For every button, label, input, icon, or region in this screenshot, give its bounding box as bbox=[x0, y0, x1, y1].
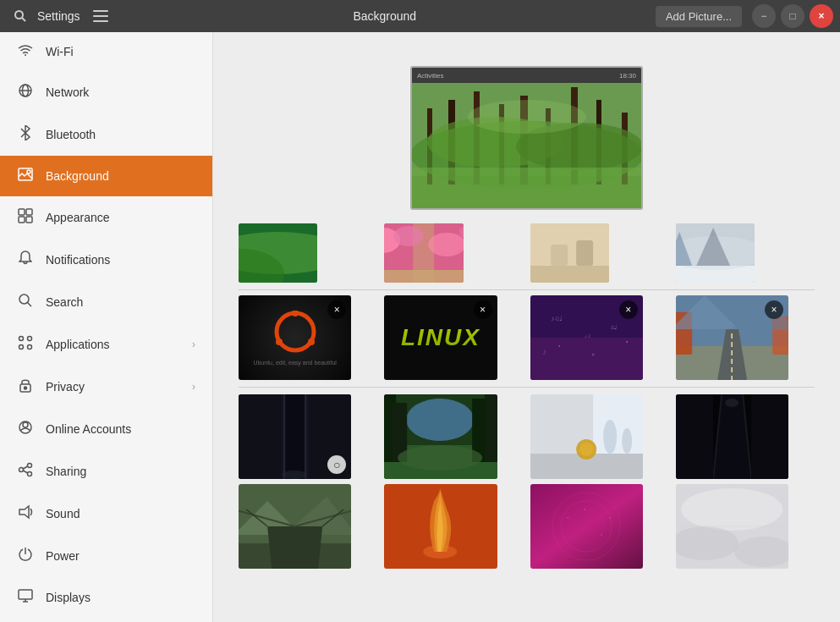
svg-rect-52 bbox=[412, 168, 641, 208]
maximize-button[interactable]: □ bbox=[781, 4, 804, 28]
svg-point-10 bbox=[27, 170, 30, 173]
svg-point-75 bbox=[276, 339, 283, 345]
svg-line-28 bbox=[24, 466, 28, 469]
svg-text:♫♩: ♫♩ bbox=[610, 324, 617, 330]
sound-icon bbox=[17, 504, 34, 523]
svg-rect-123 bbox=[751, 394, 788, 479]
close-button[interactable]: × bbox=[810, 4, 833, 28]
power-icon bbox=[17, 547, 34, 565]
sidebar-item-notifications[interactable]: Notifications bbox=[0, 239, 212, 281]
privacy-arrow-icon: › bbox=[192, 381, 195, 393]
add-picture-button[interactable]: Add Picture... bbox=[656, 6, 742, 27]
sidebar-bluetooth-label: Bluetooth bbox=[46, 128, 195, 141]
svg-rect-66 bbox=[551, 245, 568, 266]
sidebar-item-online-accounts[interactable]: Online Accounts bbox=[0, 408, 212, 450]
titlebar-search-button[interactable] bbox=[7, 3, 34, 30]
sidebar-item-displays[interactable]: Displays bbox=[0, 577, 212, 618]
displays-icon bbox=[17, 589, 34, 606]
svg-point-61 bbox=[393, 226, 424, 246]
svg-point-142 bbox=[609, 517, 611, 519]
wallpaper-item-1[interactable] bbox=[239, 223, 317, 283]
svg-rect-78 bbox=[530, 338, 643, 380]
svg-point-116 bbox=[579, 443, 593, 456]
svg-line-16 bbox=[28, 303, 32, 307]
applications-icon bbox=[17, 335, 34, 354]
wallpaper-grid-top bbox=[230, 223, 823, 288]
svg-rect-108 bbox=[485, 394, 497, 462]
sidebar-item-network[interactable]: Network bbox=[0, 71, 212, 113]
appearance-icon bbox=[17, 208, 34, 227]
wallpaper-item-4[interactable] bbox=[676, 223, 755, 283]
svg-point-85 bbox=[626, 341, 628, 343]
sidebar-power-label: Power bbox=[46, 549, 195, 563]
wallpaper-item-bridge-dark[interactable]: ○ bbox=[239, 394, 351, 479]
sidebar-item-background[interactable]: Background bbox=[0, 156, 212, 196]
wallpaper-item-gray-abstract[interactable] bbox=[676, 484, 788, 569]
wallpaper-item-ubuntu[interactable]: Ubuntu, edit, easy and beautiful × bbox=[239, 295, 351, 380]
svg-point-109 bbox=[398, 445, 482, 471]
svg-point-114 bbox=[622, 428, 632, 454]
preview-forest-image bbox=[412, 83, 641, 208]
wallpaper-item-phoenix[interactable] bbox=[384, 484, 497, 569]
wallpaper-preview-section: Activities 18:30 bbox=[230, 49, 823, 223]
titlebar-menu-button[interactable] bbox=[87, 3, 114, 30]
wallpaper-item-road[interactable]: × bbox=[676, 295, 788, 380]
svg-point-19 bbox=[19, 345, 24, 350]
sharing-icon bbox=[17, 462, 34, 481]
sidebar-item-applications[interactable]: Applications › bbox=[0, 323, 212, 366]
svg-line-1 bbox=[22, 18, 25, 21]
svg-rect-11 bbox=[19, 209, 25, 215]
svg-point-76 bbox=[308, 339, 315, 345]
svg-point-144 bbox=[681, 488, 782, 531]
remove-linux-button[interactable]: × bbox=[474, 300, 492, 319]
titlebar-app-title: Settings bbox=[37, 9, 80, 23]
svg-point-5 bbox=[25, 54, 26, 56]
wallpaper-item-rail-dark[interactable] bbox=[676, 394, 788, 479]
svg-point-83 bbox=[558, 345, 560, 347]
svg-text:♪: ♪ bbox=[542, 347, 546, 356]
svg-rect-32 bbox=[19, 590, 32, 599]
sidebar-item-search[interactable]: Search bbox=[0, 281, 212, 323]
wifi-icon bbox=[17, 44, 34, 59]
wallpaper-item-purple-abstract[interactable] bbox=[530, 484, 643, 569]
wallpaper-item-3[interactable] bbox=[530, 223, 609, 283]
wallpaper-item-suspension-bridge[interactable] bbox=[239, 484, 351, 569]
sidebar-item-power[interactable]: Power bbox=[0, 535, 212, 577]
wallpaper-item-2[interactable] bbox=[384, 223, 463, 283]
sidebar-search-label: Search bbox=[46, 295, 195, 309]
sidebar-item-mouse-touchpad[interactable]: Mouse & Touchpad bbox=[0, 618, 212, 622]
wallpaper-item-indoor[interactable] bbox=[530, 394, 643, 479]
content-area-title: Background bbox=[353, 9, 416, 23]
svg-text:♩♫: ♩♫ bbox=[585, 333, 591, 339]
wallpaper-item-forest-lake[interactable] bbox=[384, 394, 497, 479]
sidebar-item-privacy[interactable]: Privacy › bbox=[0, 366, 212, 408]
wallpaper-item-birds[interactable]: ♪♫♩ ♩♫ ♪ ♫♩ × bbox=[530, 295, 643, 380]
section-divider-2 bbox=[239, 387, 815, 388]
svg-rect-96 bbox=[284, 394, 305, 479]
network-icon bbox=[17, 83, 34, 102]
titlebar: Settings Background Add Picture... − □ × bbox=[0, 0, 840, 32]
sidebar-network-label: Network bbox=[46, 85, 195, 99]
svg-text:♪♫♩: ♪♫♩ bbox=[551, 315, 563, 322]
wallpaper-grid-row3: ○ bbox=[230, 394, 823, 484]
sidebar-item-sharing[interactable]: Sharing bbox=[0, 450, 212, 493]
sidebar-appearance-label: Appearance bbox=[46, 211, 195, 224]
svg-point-84 bbox=[591, 354, 594, 356]
svg-point-26 bbox=[19, 468, 24, 472]
svg-point-139 bbox=[567, 517, 568, 519]
sidebar-notifications-label: Notifications bbox=[46, 253, 195, 267]
wallpaper-preview: Activities 18:30 bbox=[410, 66, 643, 210]
sidebar-item-wifi[interactable]: Wi-Fi bbox=[0, 32, 212, 71]
sidebar-item-bluetooth[interactable]: Bluetooth bbox=[0, 113, 212, 156]
sidebar-item-sound[interactable]: Sound bbox=[0, 493, 212, 535]
sidebar: Wi-Fi Network Bluetoot bbox=[0, 32, 213, 622]
svg-rect-14 bbox=[26, 217, 32, 223]
wallpaper-item-linux[interactable]: LINUX × bbox=[384, 295, 497, 380]
svg-rect-65 bbox=[530, 266, 609, 283]
minimize-button[interactable]: − bbox=[752, 4, 776, 28]
sidebar-item-appearance[interactable]: Appearance bbox=[0, 196, 212, 239]
remove-road-button[interactable]: × bbox=[765, 300, 783, 319]
remove-birds-button[interactable]: × bbox=[619, 300, 638, 319]
svg-point-113 bbox=[603, 420, 617, 454]
online-accounts-icon bbox=[17, 420, 34, 438]
